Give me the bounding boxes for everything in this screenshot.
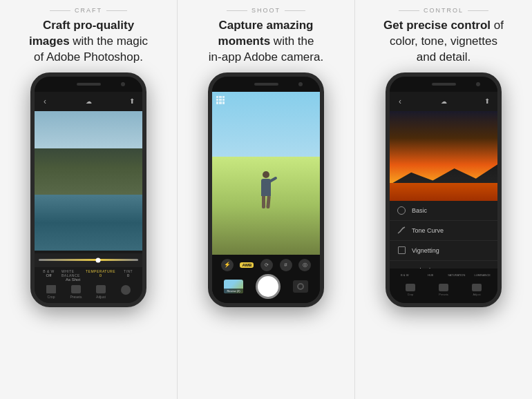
craft-adjust-label: Adjust [96,295,106,299]
craft-heading: Craft pro-quality images with the magico… [29,18,148,66]
shoot-settings-icon[interactable]: ◎ [298,259,311,271]
main-container: CRAFT Craft pro-quality images with the … [0,0,532,399]
craft-slider-thumb [96,257,101,262]
craft-back-icon[interactable]: ‹ [40,97,50,106]
shoot-leg-left [262,196,265,208]
control-tab-bw[interactable]: B & W [392,270,417,281]
control-icons-row: Crop Presets Adjust [390,281,497,299]
craft-icon-crop[interactable]: Crop [44,285,58,299]
craft-image-area [35,111,142,251]
craft-label-tint-val: 0 [127,273,129,278]
control-bottom-bar: B & W HUE SATURATION LUMINANCE Crop [390,269,497,303]
craft-phone-top-bar [35,77,142,92]
craft-rocks [35,148,142,197]
shoot-awb-badge[interactable]: AWB [240,262,254,268]
craft-slider-track[interactable] [39,259,138,261]
shoot-hash-icon[interactable]: # [280,259,292,271]
craft-icon-adjust[interactable]: Adjust [94,285,108,299]
control-presets-shape [439,284,448,291]
craft-label-wb: WHITE BALANCE As Shot [61,269,84,282]
gc8 [219,101,221,104]
control-phone-speaker [432,83,456,86]
vignette-square-icon [398,246,406,254]
shoot-review-thumbnail[interactable]: Review (2) [224,280,243,293]
craft-share-icon[interactable]: ⬆ [127,97,137,106]
craft-landscape [35,111,142,251]
control-column: CONTROL Get precise control ofcolor, ton… [355,0,532,399]
shoot-switch-camera[interactable] [293,280,308,293]
craft-phone-speaker [77,83,101,86]
control-basic-label: Basic [412,207,427,214]
craft-cloud-icon[interactable]: ☁ [84,97,93,106]
craft-adjust-shape [96,285,106,293]
shoot-camera-switch-icon[interactable]: ⟳ [260,259,273,271]
control-tab-saturation[interactable]: SATURATION [444,270,469,281]
craft-crop-shape [46,285,56,293]
control-basic-icon [397,206,406,215]
control-presets-label: Presets [439,293,448,296]
control-top-bar: ‹ ☁ ⬆ [390,92,497,111]
craft-bottom-icons: Crop Presets Adjust [35,283,142,302]
control-tab-row: B & W HUE SATURATION LUMINANCE [390,270,497,281]
control-sunset [390,111,497,201]
control-menu-vignette[interactable]: Vignetting [390,241,497,261]
gc5 [219,99,221,101]
control-menu-tone[interactable]: Tone Curve [390,221,497,241]
gc4 [216,99,218,101]
control-phone-wrapper: ‹ ☁ ⬆ [361,72,526,393]
gc2 [219,96,221,98]
control-vignette-label: Vignetting [412,247,439,254]
control-back-icon[interactable]: ‹ [395,97,405,106]
shoot-leg-right [266,196,271,208]
shoot-heading: Capture amazingmoments with thein-app Ad… [209,18,323,66]
control-tone-icon [397,226,406,235]
craft-column: CRAFT Craft pro-quality images with the … [0,0,178,399]
shoot-flash-icon[interactable]: ⚡ [221,259,234,271]
craft-bottom-bar: B & W Off WHITE BALANCE As Shot TEMPERAT… [35,251,142,303]
control-icon-adjust[interactable]: Adjust [471,284,483,296]
craft-label-wb-val: As Shot [66,278,80,282]
craft-icon-extra[interactable] [119,285,133,299]
control-menu-color[interactable]: Color / B&W [390,261,497,269]
shoot-phone: ⚡ AWB ⟳ # ◎ Review (2) [208,72,324,307]
shoot-figure-body [261,179,271,196]
control-cloud-icon[interactable]: ☁ [439,97,448,106]
gc6 [222,99,225,101]
control-water [390,183,497,201]
shoot-figure-head [263,171,269,178]
control-image-area [390,111,497,201]
control-tab-hue[interactable]: HUE [419,270,444,281]
craft-icon-presets[interactable]: Presets [69,285,83,299]
shoot-phone-camera [298,82,303,86]
craft-label-bw: B & W Off [37,269,60,282]
control-icon-crop[interactable]: Crop [404,284,417,296]
shoot-shutter-row: Review (2) [218,274,314,299]
shoot-section-label: SHOOT [227,7,305,14]
control-adjust-shape [472,284,482,291]
shoot-phone-wrapper: ⚡ AWB ⟳ # ◎ Review (2) [183,72,349,393]
craft-phone: ‹ ☁ ⬆ [30,72,146,307]
control-menu-basic[interactable]: Basic [390,201,497,221]
craft-section-label: CRAFT [50,7,127,14]
craft-toolbar-top: ‹ ☁ ⬆ [35,92,142,111]
control-phone-top-bar [390,77,497,92]
gc3 [222,96,225,98]
control-share-icon[interactable]: ⬆ [482,97,492,106]
control-icon-presets[interactable]: Presets [437,284,450,296]
shoot-shutter-button[interactable] [256,274,281,299]
shoot-figure [260,171,272,209]
gc1 [216,96,218,98]
shoot-grid [216,96,225,104]
shoot-phone-speaker [254,83,278,86]
craft-labels: B & W Off WHITE BALANCE As Shot TEMPERAT… [35,267,142,283]
control-phone: ‹ ☁ ⬆ [386,72,502,307]
shoot-review-label: Review (2) [224,289,243,293]
craft-label-tint: TINT 0 [117,269,140,282]
control-phone-camera [476,82,480,86]
control-phone-screen: ‹ ☁ ⬆ [390,92,497,303]
shoot-image-area [212,92,320,255]
gc9 [222,101,225,104]
control-tab-luminance[interactable]: LUMINANCE [471,270,495,281]
control-crop-label: Crop [408,293,414,296]
craft-presets-label: Presets [70,295,82,299]
